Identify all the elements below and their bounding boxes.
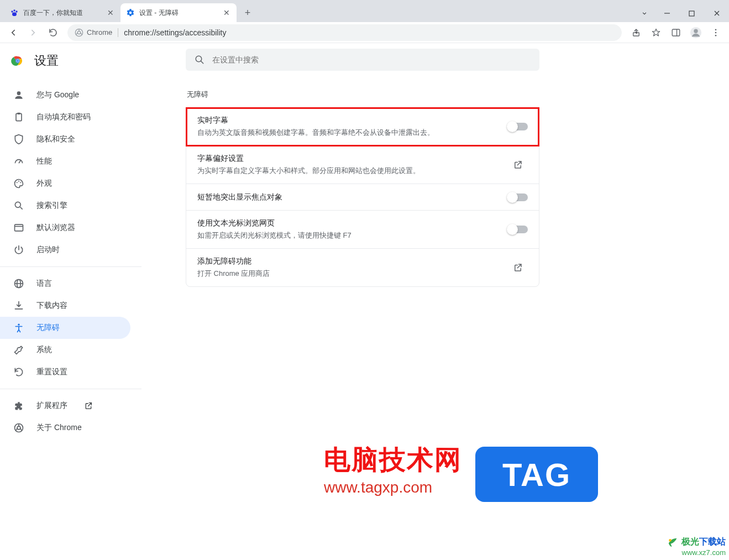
close-window-button[interactable]	[704, 4, 729, 22]
row-subtitle: 如需开启或关闭光标浏览模式，请使用快捷键 F7	[197, 231, 508, 240]
close-icon[interactable]: ✕	[222, 8, 231, 17]
external-link-icon	[513, 263, 523, 273]
sidebar-item-on-startup[interactable]: 启动时	[0, 239, 130, 261]
close-icon[interactable]: ✕	[106, 8, 115, 17]
sidebar-item-search-engine[interactable]: 搜索引擎	[0, 195, 130, 217]
tab-title: 设置 - 无障碍	[139, 8, 218, 18]
svg-point-7	[77, 31, 80, 34]
url-text: chrome://settings/accessibility	[124, 28, 226, 37]
sidebar-item-performance[interactable]: 性能	[0, 150, 130, 172]
svg-line-25	[19, 160, 20, 163]
row-caption-preferences[interactable]: 字幕偏好设置 为实时字幕自定义字幕大小和样式。部分应用和网站也会使用此设置。	[186, 146, 539, 184]
row-title: 字幕偏好设置	[197, 154, 508, 164]
sidebar-item-label: 无障碍	[36, 323, 60, 333]
power-icon	[13, 244, 24, 255]
sidebar-item-default-browser[interactable]: 默认浏览器	[0, 217, 130, 239]
svg-point-0	[11, 11, 13, 12]
chevron-down-icon[interactable]	[634, 4, 654, 22]
svg-point-28	[20, 182, 21, 183]
section-title: 无障碍	[187, 90, 729, 100]
svg-point-36	[18, 324, 19, 326]
person-icon	[13, 90, 24, 101]
browser-toolbar: Chrome chrome://settings/accessibility	[0, 22, 729, 43]
sidebar-item-reset[interactable]: 重置设置	[0, 361, 130, 383]
svg-rect-5	[689, 11, 694, 16]
row-focus-highlight[interactable]: 短暂地突出显示焦点对象	[186, 184, 539, 211]
menu-button[interactable]	[707, 24, 725, 41]
svg-rect-31	[15, 224, 23, 231]
titlebar: 百度一下，你就知道 ✕ 设置 - 无障碍 ✕ +	[0, 0, 729, 22]
address-bar[interactable]: Chrome chrome://settings/accessibility	[67, 24, 622, 41]
sidebar-item-you-and-google[interactable]: 您与 Google	[0, 84, 130, 106]
svg-point-38	[17, 426, 20, 430]
sidebar-item-autofill[interactable]: 自动填充和密码	[0, 106, 130, 128]
tab-baidu[interactable]: 百度一下，你就知道 ✕	[4, 3, 120, 22]
sidebar-item-privacy[interactable]: 隐私和安全	[0, 128, 130, 150]
svg-point-14	[715, 32, 717, 33]
svg-point-2	[15, 11, 17, 12]
accessibility-icon	[13, 322, 24, 333]
sidebar-item-label: 性能	[36, 156, 52, 166]
share-button[interactable]	[627, 24, 645, 41]
sidebar-item-label: 您与 Google	[36, 90, 79, 100]
tab-settings[interactable]: 设置 - 无障碍 ✕	[120, 3, 237, 22]
profile-button[interactable]	[687, 24, 705, 41]
chrome-outline-icon	[13, 422, 24, 433]
sidebar-item-about[interactable]: 关于 Chrome	[0, 417, 130, 439]
sidebar-item-languages[interactable]: 语言	[0, 273, 130, 295]
chrome-chip-label: Chrome	[87, 28, 112, 36]
bookmark-button[interactable]	[647, 24, 665, 41]
maximize-button[interactable]	[679, 4, 704, 22]
svg-rect-9	[672, 29, 680, 36]
accessibility-card: 实时字幕 自动为英文版音频和视频创建字幕。音频和字幕绝不会从设备中泄露出去。 字…	[186, 107, 539, 287]
tab-title: 百度一下，你就知道	[23, 8, 102, 18]
forward-button[interactable]	[24, 24, 42, 41]
reload-button[interactable]	[44, 24, 62, 41]
row-add-accessibility[interactable]: 添加无障碍功能 打开 Chrome 应用商店	[186, 249, 539, 286]
watermark-main: 电脑技术网 www.tagxp.com	[324, 442, 462, 496]
settings-searchbox[interactable]	[186, 49, 539, 71]
sidebar-item-label: 语言	[36, 279, 52, 289]
toggle-switch[interactable]	[508, 226, 528, 233]
row-caret-browsing[interactable]: 使用文本光标浏览网页 如需开启或关闭光标浏览模式，请使用快捷键 F7	[186, 211, 539, 249]
search-input[interactable]	[212, 55, 531, 64]
svg-point-19	[17, 60, 19, 62]
wrench-icon	[13, 344, 24, 355]
clipboard-icon	[13, 112, 24, 123]
search-icon	[195, 55, 204, 65]
sidebar-item-label: 自动填充和密码	[36, 112, 91, 122]
svg-point-27	[18, 181, 19, 182]
sidebar-item-appearance[interactable]: 外观	[0, 172, 130, 195]
toggle-switch[interactable]	[508, 193, 528, 201]
browser-tabs: 百度一下，你就知道 ✕ 设置 - 无障碍 ✕	[4, 3, 237, 22]
sidebar-item-label: 启动时	[36, 245, 60, 255]
svg-rect-23	[16, 113, 22, 121]
svg-point-3	[12, 12, 17, 16]
minimize-button[interactable]	[654, 4, 679, 22]
watermark-corner-url: www.xz7.com	[667, 548, 726, 557]
new-tab-button[interactable]: +	[240, 5, 255, 20]
row-live-caption[interactable]: 实时字幕 自动为英文版音频和视频创建字幕。音频和字幕绝不会从设备中泄露出去。	[186, 108, 539, 146]
sidebar-item-label: 下载内容	[36, 301, 67, 311]
toggle-switch[interactable]	[508, 123, 528, 130]
divider	[0, 389, 141, 389]
sidebar-item-extensions[interactable]: 扩展程序	[0, 395, 130, 417]
side-panel-button[interactable]	[667, 24, 685, 41]
watermark-tag-text: TAG	[502, 456, 571, 493]
sidebar-item-label: 外观	[36, 179, 52, 189]
sidebar-item-system[interactable]: 系统	[0, 339, 130, 361]
svg-point-26	[17, 182, 18, 183]
svg-line-30	[20, 207, 23, 210]
speedometer-icon	[13, 156, 24, 167]
search-icon	[13, 200, 24, 211]
sidebar-item-downloads[interactable]: 下载内容	[0, 295, 130, 317]
shield-icon	[13, 134, 24, 145]
svg-point-1	[13, 9, 15, 11]
watermark-tag: TAG	[475, 447, 598, 502]
sidebar-item-accessibility[interactable]: 无障碍	[0, 317, 130, 339]
watermark-corner: 极光下载站 www.xz7.com	[667, 536, 726, 557]
window-controls	[634, 4, 729, 22]
back-button[interactable]	[4, 24, 22, 41]
baidu-favicon-icon	[10, 8, 19, 17]
palette-icon	[13, 178, 24, 189]
